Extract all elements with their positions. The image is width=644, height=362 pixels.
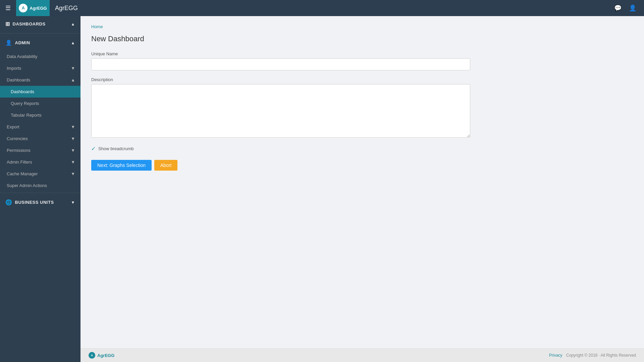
sidebar-item-label: Currencies [7,136,28,141]
export-chevron-icon: ▼ [71,124,75,129]
footer: A AgrEGG Privacy Copyright © 2018 · All … [80,348,644,362]
unique-name-group: Unique Name [91,51,633,70]
sidebar-item-dashboards-parent[interactable]: Dashboards ▲ [0,74,80,86]
sidebar-item-label: Super Admin Actions [7,183,47,188]
content-inner: Home New Dashboard Unique Name Descripti… [80,16,644,348]
next-graphs-selection-button[interactable]: Next: Graphs Selection [91,160,152,171]
sidebar-admin-label: ADMIN [15,40,30,45]
sidebar-divider-2 [0,193,80,193]
sidebar-item-label: Export [7,124,19,129]
breadcrumb-checkbox-label: Show breadcrumb [98,146,134,151]
user-profile-button[interactable]: 👤 [627,2,639,14]
admin-filters-chevron-icon: ▼ [71,160,75,165]
sidebar-item-dashboards-sub[interactable]: Dashboards [0,86,80,98]
sidebar-dashboards-label: DASHBOARDS [13,21,46,26]
sidebar-item-export[interactable]: Export ▼ [0,121,80,133]
unique-name-input[interactable] [91,58,470,70]
sidebar-section-business-units[interactable]: 🌐 BUSINESS UNITS ▼ [0,194,80,210]
breadcrumb-check-icon: ✓ [91,145,96,152]
sidebar-item-label: Tabular Reports [11,113,42,118]
sidebar-item-tabular-reports[interactable]: Tabular Reports [0,109,80,121]
permissions-chevron-icon: ▼ [71,148,75,153]
dashboards-chevron-icon: ▲ [71,77,75,82]
sidebar-item-currencies[interactable]: Currencies ▼ [0,133,80,144]
sidebar-item-admin-filters[interactable]: Admin Filters ▼ [0,156,80,168]
currencies-chevron-icon: ▼ [71,136,75,141]
sidebar-item-label: Query Reports [11,101,39,106]
hamburger-icon: ☰ [5,4,11,12]
main-layout: ⊞ DASHBOARDS ▲ 👤 ADMIN ▲ Data Availabili… [0,16,644,362]
logo-label: AgrEGG [30,6,47,11]
sidebar-item-label: Cache Manager [7,171,38,176]
sidebar-item-query-reports[interactable]: Query Reports [0,98,80,109]
content-area: Home New Dashboard Unique Name Descripti… [80,16,644,362]
sidebar-item-label: Imports [7,66,21,71]
sidebar-item-label: Dashboards [7,77,30,82]
show-breadcrumb-row: ✓ Show breadcrumb [91,145,633,152]
topbar: ☰ A AgrEGG AgrEGG 💬 👤 [0,0,644,16]
dashboards-chevron-icon: ▲ [71,22,75,26]
unique-name-label: Unique Name [91,51,633,56]
admin-chevron-icon: ▲ [71,41,75,45]
admin-section-icon: 👤 [5,40,12,46]
footer-logo-icon: A [89,352,95,359]
sidebar-section-admin[interactable]: 👤 ADMIN ▲ [0,35,80,51]
sidebar-item-cache-manager[interactable]: Cache Manager ▼ [0,168,80,180]
footer-copyright: Copyright © 2018 · All Rights Reserved [566,353,636,358]
sidebar: ⊞ DASHBOARDS ▲ 👤 ADMIN ▲ Data Availabili… [0,16,80,362]
business-units-icon: 🌐 [5,199,12,205]
sidebar-item-label: Permissions [7,148,31,153]
page-title: New Dashboard [91,35,633,43]
sidebar-item-permissions[interactable]: Permissions ▼ [0,144,80,156]
breadcrumb: Home [91,24,633,29]
form-buttons: Next: Graphs Selection Abort [91,160,633,171]
footer-privacy-link[interactable]: Privacy [549,353,562,358]
abort-button[interactable]: Abort [154,160,177,171]
sidebar-item-label: Data Availability [7,54,38,59]
logo-icon: A [19,4,28,12]
app-logo: A AgrEGG [16,0,50,16]
description-group: Description [91,77,633,139]
breadcrumb-home-link[interactable]: Home [91,24,103,29]
sidebar-item-super-admin-actions[interactable]: Super Admin Actions [0,180,80,191]
sidebar-business-units-label: BUSINESS UNITS [15,200,54,205]
sidebar-item-label: Admin Filters [7,160,32,165]
chat-button[interactable]: 💬 [612,2,624,14]
sidebar-item-label: Dashboards [11,89,34,94]
dashboards-section-icon: ⊞ [5,21,10,27]
sidebar-item-imports[interactable]: Imports ▼ [0,62,80,74]
sidebar-divider-1 [0,33,80,34]
imports-chevron-icon: ▼ [71,66,75,71]
sidebar-section-dashboards[interactable]: ⊞ DASHBOARDS ▲ [0,16,80,32]
sidebar-item-data-availability[interactable]: Data Availability [0,51,80,62]
footer-logo-label: AgrEGG [97,353,114,358]
app-title: AgrEGG [55,5,612,12]
footer-logo: A AgrEGG [89,352,114,359]
menu-toggle-button[interactable]: ☰ [0,0,16,16]
topbar-icons: 💬 👤 [612,2,639,14]
user-icon: 👤 [629,4,636,12]
business-units-chevron-icon: ▼ [71,200,75,205]
chat-icon: 💬 [614,4,622,12]
description-label: Description [91,77,633,82]
footer-right: Privacy Copyright © 2018 · All Rights Re… [549,353,636,358]
cache-manager-chevron-icon: ▼ [71,171,75,176]
description-textarea[interactable] [91,84,470,138]
